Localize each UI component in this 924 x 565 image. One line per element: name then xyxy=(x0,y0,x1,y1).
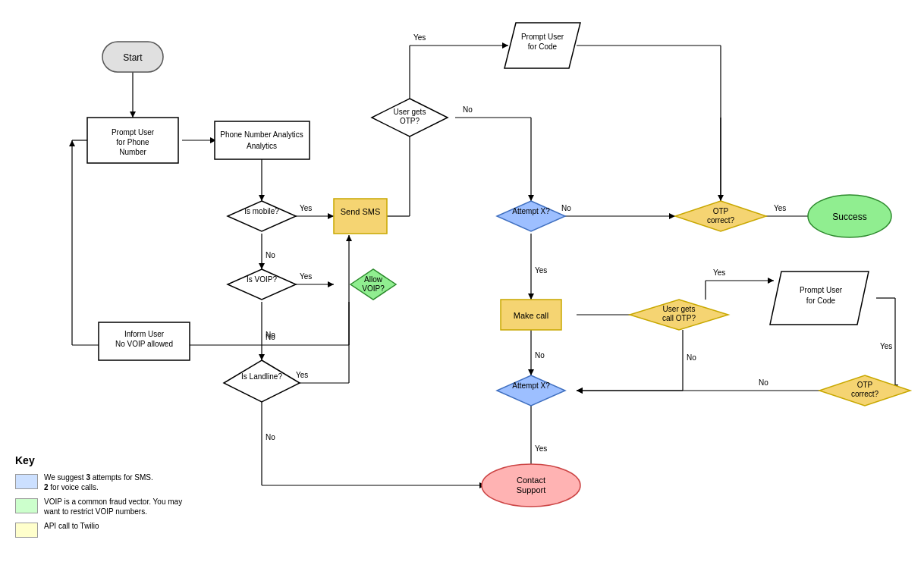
svg-text:No: No xyxy=(535,351,545,359)
svg-text:Yes: Yes xyxy=(774,204,786,212)
svg-text:No: No xyxy=(266,251,275,259)
svg-text:for Code: for Code xyxy=(806,297,836,305)
svg-text:for Code: for Code xyxy=(528,42,558,51)
key-text-blue: We suggest 3 attempts for SMS.2 for voic… xyxy=(44,472,153,492)
success-label: Success xyxy=(832,212,866,222)
svg-text:Yes: Yes xyxy=(535,444,547,453)
svg-rect-85 xyxy=(215,121,310,159)
attempt-x-sms-label: Attempt X? xyxy=(512,207,550,215)
svg-text:Number: Number xyxy=(119,148,146,156)
inform-voip-label: Inform User xyxy=(124,330,165,338)
key-item-yellow: API call to Twilio xyxy=(15,521,197,538)
start-label: Start xyxy=(123,52,143,63)
user-gets-otp-label: User gets xyxy=(394,108,426,116)
flowchart-container: Yes No Yes No No Yes xyxy=(0,0,924,565)
svg-rect-90 xyxy=(334,199,387,234)
svg-text:OTP?: OTP? xyxy=(400,117,420,125)
svg-text:Yes: Yes xyxy=(413,33,426,42)
svg-text:No: No xyxy=(759,378,768,387)
otp-correct-call-label: OTP xyxy=(857,381,873,389)
svg-text:call OTP?: call OTP? xyxy=(662,314,696,322)
key-box-blue xyxy=(15,474,38,489)
key-item-green: VOIP is a common fraud vector. You may w… xyxy=(15,497,197,516)
svg-marker-13 xyxy=(328,281,334,287)
user-gets-call-otp-label: User gets xyxy=(663,305,696,313)
svg-text:Analytics: Analytics xyxy=(247,142,277,150)
svg-text:No: No xyxy=(266,433,275,441)
svg-marker-89 xyxy=(224,360,300,402)
key-title: Key xyxy=(15,454,197,466)
svg-text:No VOIP allowed: No VOIP allowed xyxy=(115,340,173,348)
svg-text:Yes: Yes xyxy=(880,342,892,350)
svg-marker-108 xyxy=(497,375,565,406)
prompt-code-right-label: Prompt User xyxy=(800,286,843,294)
svg-text:Yes: Yes xyxy=(300,204,312,212)
svg-marker-87 xyxy=(228,201,296,231)
svg-text:No: No xyxy=(561,204,571,212)
svg-text:Yes: Yes xyxy=(713,268,725,277)
svg-marker-88 xyxy=(228,269,296,300)
svg-marker-65 xyxy=(768,278,774,284)
svg-text:Support: Support xyxy=(517,485,546,494)
svg-marker-1 xyxy=(130,111,136,118)
svg-marker-61 xyxy=(528,369,534,375)
prompt-phone-label: Prompt User xyxy=(112,128,155,137)
key-item-blue: We suggest 3 attempts for SMS.2 for voic… xyxy=(15,472,197,492)
prompt-code-top-label: Prompt User xyxy=(521,33,564,41)
phone-analytics-label: Phone Number Analytics xyxy=(220,130,303,139)
svg-marker-52 xyxy=(528,293,534,300)
svg-marker-24 xyxy=(69,140,75,146)
is-landline-label: Is Landline? xyxy=(241,372,282,381)
is-voip-label: Is VOIP? xyxy=(247,275,277,284)
key-text-green: VOIP is a common fraud vector. You may w… xyxy=(44,497,197,516)
svg-text:Yes: Yes xyxy=(296,371,308,379)
svg-marker-99 xyxy=(497,201,565,231)
svg-text:correct?: correct? xyxy=(851,390,879,398)
contact-support-label: Contact xyxy=(517,476,545,485)
svg-marker-43 xyxy=(528,195,534,201)
svg-text:VOIP?: VOIP? xyxy=(362,284,385,293)
svg-marker-39 xyxy=(502,42,508,49)
svg-text:correct?: correct? xyxy=(707,216,735,224)
svg-text:No: No xyxy=(687,353,696,362)
attempt-x-call-label: Attempt X? xyxy=(512,381,550,390)
svg-text:No: No xyxy=(463,105,473,114)
svg-marker-7 xyxy=(328,213,334,219)
svg-marker-28 xyxy=(346,235,352,241)
svg-marker-76 xyxy=(577,388,583,394)
otp-correct-sms-label: OTP xyxy=(713,207,729,215)
is-mobile-label: Is mobile? xyxy=(244,207,279,215)
allow-voip-label: Allow xyxy=(364,275,383,284)
svg-marker-16 xyxy=(259,354,265,360)
svg-text:No: No xyxy=(266,333,275,341)
svg-text:Yes: Yes xyxy=(535,266,547,275)
svg-text:for Phone: for Phone xyxy=(116,138,149,146)
make-call-label: Make call xyxy=(514,311,548,320)
key-section: Key We suggest 3 attempts for SMS.2 for … xyxy=(15,454,197,542)
svg-marker-5 xyxy=(259,195,265,201)
send-sms-label: Send SMS xyxy=(341,207,381,216)
svg-marker-10 xyxy=(259,263,265,269)
key-text-yellow: API call to Twilio xyxy=(44,521,99,531)
key-box-green xyxy=(15,498,38,513)
key-box-yellow xyxy=(15,523,38,538)
svg-text:Yes: Yes xyxy=(300,272,312,281)
